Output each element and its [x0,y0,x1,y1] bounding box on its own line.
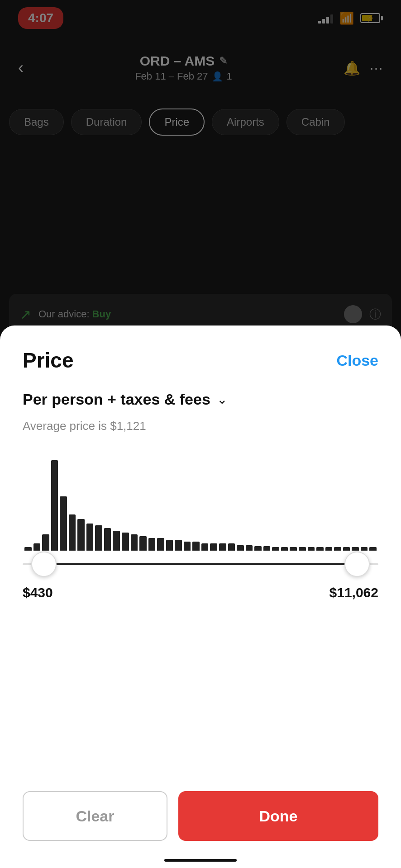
histogram-bar [69,514,76,551]
histogram-bars [23,451,378,551]
range-thumb-min[interactable] [31,552,57,577]
home-indicator [164,859,237,862]
histogram-bar [272,547,279,551]
modal-title: Price [23,348,74,373]
histogram-bar [42,534,49,551]
range-track [23,563,378,565]
max-price-label: $11,062 [329,585,378,600]
histogram-bar [281,547,288,551]
histogram-bar [237,545,244,551]
histogram-bar [157,538,164,551]
histogram-bar [361,547,368,551]
histogram-bar [316,547,324,551]
histogram-bar [113,531,120,551]
histogram-bar [77,519,85,551]
histogram-bar [299,547,306,551]
histogram-bar [33,543,41,551]
price-range-labels: $430 $11,062 [23,585,378,600]
price-histogram [23,451,378,578]
histogram-bar [352,547,359,551]
histogram-bar [210,543,217,551]
histogram-bar [51,460,58,551]
clear-button[interactable]: Clear [23,791,167,841]
histogram-bar [308,547,315,551]
histogram-bar [122,533,129,551]
modal-footer: Clear Done [0,773,401,868]
histogram-bar [263,546,271,551]
histogram-bar [201,543,209,551]
histogram-bar [290,547,297,551]
price-type-selector[interactable]: Per person + taxes & fees ⌄ [23,391,378,408]
histogram-bar [184,542,191,551]
histogram-bar [86,524,94,551]
histogram-bar [60,496,67,551]
close-button[interactable]: Close [336,352,378,369]
price-filter-modal: Price Close Per person + taxes & fees ⌄ … [0,326,401,868]
histogram-bar [228,543,235,551]
price-type-label: Per person + taxes & fees [23,391,210,408]
min-price-label: $430 [23,585,53,600]
histogram-bar [343,547,350,551]
chevron-down-icon: ⌄ [217,392,227,407]
histogram-bar [139,536,147,551]
range-thumb-max[interactable] [344,552,370,577]
histogram-bar [104,528,111,551]
range-slider[interactable] [23,551,378,578]
histogram-bar [24,547,32,551]
modal-header: Price Close [0,326,401,382]
range-fill [44,563,357,565]
modal-body: Per person + taxes & fees ⌄ Average pric… [0,382,401,773]
histogram-bar [175,540,182,551]
done-button[interactable]: Done [178,791,378,841]
histogram-bar [192,542,200,551]
histogram-bar [219,543,226,551]
histogram-bar [131,534,138,551]
histogram-bar [95,525,102,551]
histogram-bar [325,547,333,551]
histogram-bar [254,546,262,551]
histogram-bar [334,547,341,551]
average-price: Average price is $1,121 [23,419,378,433]
histogram-bar [166,540,173,551]
histogram-bar [369,547,377,551]
histogram-bar [148,538,156,551]
histogram-bar [246,545,253,551]
